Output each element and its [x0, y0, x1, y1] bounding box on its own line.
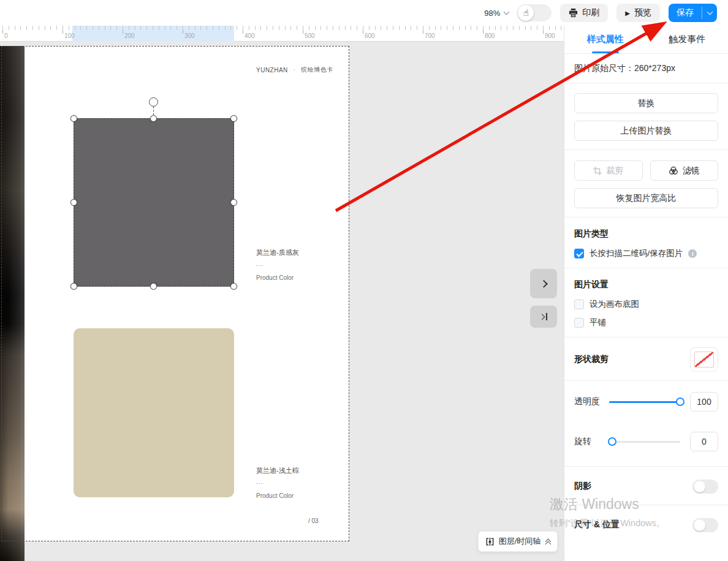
opacity-label: 透明度 [574, 396, 608, 407]
tab-label: 样式属性 [587, 34, 624, 45]
selection-handle-se[interactable] [230, 283, 237, 290]
info-icon[interactable]: i [688, 249, 697, 258]
printer-icon [569, 9, 578, 17]
divider [564, 149, 728, 150]
brand-separator: · [294, 67, 296, 73]
shape-crop-label: 形状裁剪 [574, 354, 609, 365]
upload-replace-button[interactable]: 上传图片替换 [574, 121, 718, 141]
toggle-knob [694, 519, 705, 531]
shape-none-icon [694, 352, 714, 367]
ruler-ticks [0, 26, 564, 41]
save-button[interactable]: 保存 [669, 4, 702, 22]
swatch-name: 莫兰迪-质感灰 [256, 248, 342, 257]
layers-timeline-button[interactable]: 图层/时间轴 [478, 531, 558, 552]
selected-image[interactable] [74, 118, 234, 287]
chevron-down-icon [707, 9, 713, 15]
swatch-label-tan: 莫兰迪-浅土棕 ··· Product Color [256, 466, 342, 499]
set-canvas-bg-label: 设为画布底图 [590, 299, 639, 310]
ruler-label: 400 [245, 32, 255, 39]
divider [564, 217, 728, 217]
qr-save-checkbox[interactable] [574, 249, 584, 258]
divider [564, 337, 728, 337]
image-original-size: 图片原始尺寸：260*273px [564, 54, 728, 83]
size-position-label: 尺寸 & 位置 [574, 519, 620, 530]
slider-knob[interactable] [608, 437, 616, 446]
restore-aspect-ratio-button[interactable]: 恢复图片宽高比 [574, 188, 718, 208]
swatch-dots: ··· [256, 480, 342, 486]
brand-title: 缤绘博色卡 [301, 66, 333, 74]
set-canvas-bg-checkbox[interactable] [574, 299, 584, 309]
opacity-input[interactable] [690, 392, 718, 412]
selection-handle-ne[interactable] [230, 115, 237, 122]
shape-crop-button[interactable] [690, 347, 718, 372]
tan-swatch-image[interactable] [74, 328, 234, 497]
horizontal-ruler: 0 100 200 300 400 500 600 700 800 900 [0, 26, 564, 42]
end-bar-icon [546, 313, 547, 320]
size-position-toggle[interactable] [692, 518, 718, 532]
tab-label: 触发事件 [669, 34, 705, 45]
next-page-button[interactable] [530, 269, 557, 298]
selection-handle-sw[interactable] [70, 283, 77, 290]
toggle-knob [694, 481, 705, 492]
shadow-toggle[interactable] [692, 480, 718, 494]
ruler-label: 300 [184, 32, 195, 39]
hand-pointer-icon: ☝ [523, 9, 529, 18]
tile-checkbox[interactable] [574, 318, 584, 328]
brand-name: YUNZHAN [256, 67, 288, 73]
zoom-control[interactable]: 98% [484, 9, 509, 18]
selection-handle-n[interactable] [150, 115, 157, 122]
tile-label: 平铺 [590, 317, 606, 328]
ruler-label: 700 [425, 32, 435, 39]
swatch-subtitle: Product Color [256, 492, 342, 499]
tab-style-properties[interactable]: 样式属性 [564, 26, 646, 53]
rotate-input[interactable] [690, 432, 718, 451]
preview-label: 预览 [634, 7, 651, 18]
hand-tool-toggle[interactable]: ☝ [517, 4, 552, 21]
divider [564, 466, 728, 467]
preview-button[interactable]: ▶ 预览 [616, 4, 660, 22]
chevron-right-icon [539, 314, 545, 320]
ruler-label: 0 [4, 32, 8, 39]
image-settings-title: 图片设置 [574, 279, 718, 290]
upload-replace-label: 上传图片替换 [621, 126, 672, 137]
filter-icon [669, 166, 678, 175]
filter-button[interactable]: 滤镜 [650, 160, 719, 181]
slider-knob[interactable] [676, 397, 684, 406]
divider [564, 380, 728, 381]
crop-icon [593, 167, 602, 175]
selection-handle-e[interactable] [230, 199, 237, 206]
last-page-button[interactable] [530, 306, 557, 328]
canvas-workspace: YUNZHAN · 缤绘博色卡 莫兰迪-质感灰 ··· Product Colo… [0, 42, 564, 561]
replace-button[interactable]: 替换 [574, 93, 718, 113]
print-button[interactable]: 印刷 [560, 4, 608, 22]
ruler-label: 500 [305, 32, 315, 39]
layers-timeline-label: 图层/时间轴 [499, 536, 541, 547]
layers-timeline-icon [485, 537, 495, 546]
play-icon: ▶ [625, 10, 630, 17]
swatch-name: 莫兰迪-浅土棕 [256, 466, 342, 475]
slider-fill [609, 401, 680, 403]
toggle-knob: ☝ [518, 5, 534, 21]
tab-trigger-events[interactable]: 触发事件 [646, 26, 728, 53]
background-photo[interactable] [0, 46, 25, 561]
ruler-label: 900 [545, 32, 555, 39]
opacity-slider[interactable] [609, 401, 680, 403]
page-number: / 03 [308, 518, 319, 524]
properties-panel: 样式属性 触发事件 图片原始尺寸：260*273px 替换 上传图片替换 裁剪 … [564, 26, 728, 561]
crop-button[interactable]: 裁剪 [574, 160, 643, 181]
ruler-label: 800 [485, 32, 495, 39]
selection-handle-s[interactable] [150, 283, 157, 290]
divider [564, 268, 728, 268]
ruler-label: 100 [64, 32, 75, 39]
selection-handle-w[interactable] [70, 199, 77, 206]
ruler-label: 600 [365, 32, 375, 39]
selection-handle-nw[interactable] [70, 115, 77, 122]
save-button-group: 保存 [669, 4, 717, 22]
swatch-label-gray: 莫兰迪-质感灰 ··· Product Color [256, 248, 342, 281]
rotation-handle[interactable] [149, 97, 158, 107]
save-dropdown-button[interactable] [702, 4, 717, 22]
replace-label: 替换 [638, 98, 655, 109]
rotate-slider[interactable] [609, 441, 680, 443]
zoom-level: 98% [484, 9, 500, 18]
filter-label: 滤镜 [683, 165, 700, 176]
